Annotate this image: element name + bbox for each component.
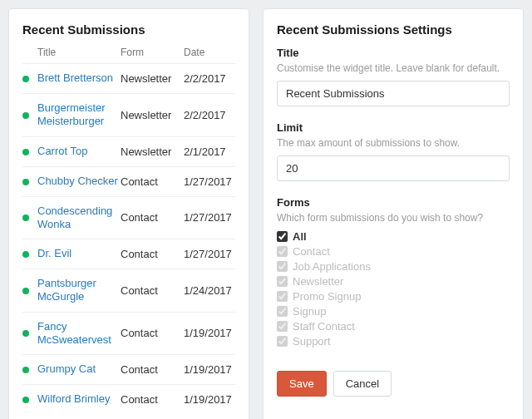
- date-cell: 2/2/2017: [184, 109, 235, 121]
- form-option-label: Job Applications: [293, 260, 371, 273]
- submission-link[interactable]: Dr. Evil: [37, 247, 71, 259]
- title-help: Customise the widget title. Leave blank …: [277, 62, 510, 74]
- status-dot-icon: [22, 214, 29, 221]
- status-dot-icon: [22, 367, 29, 373]
- table-row: Pantsburger McGurgleContact1/24/2017: [22, 269, 235, 312]
- col-form: Form: [121, 47, 184, 58]
- date-cell: 1/27/2017: [184, 248, 235, 260]
- limit-input[interactable]: [277, 155, 510, 181]
- form-cell: Newsletter: [121, 72, 184, 85]
- date-cell: 1/19/2017: [184, 363, 235, 376]
- submission-link[interactable]: Grumpy Cat: [37, 362, 96, 375]
- save-button[interactable]: Save: [277, 371, 327, 397]
- form-checkbox[interactable]: [277, 306, 288, 317]
- form-option[interactable]: Staff Contact: [277, 320, 510, 333]
- form-option[interactable]: Signup: [277, 305, 510, 318]
- form-cell: Contact: [121, 248, 184, 260]
- submission-link[interactable]: Fancy McSweatervest: [37, 320, 111, 346]
- form-option[interactable]: Contact: [277, 245, 510, 258]
- form-option[interactable]: Promo Signup: [277, 290, 510, 303]
- table-row: Fancy McSweatervestContact1/19/2017: [22, 312, 235, 355]
- form-option-label: Promo Signup: [293, 290, 361, 303]
- table-header: Title Form Date: [22, 47, 235, 63]
- form-option[interactable]: All: [277, 230, 510, 243]
- status-dot-icon: [22, 251, 29, 258]
- form-cell: Contact: [121, 284, 184, 297]
- table-row: Carrot TopNewsletter2/1/2017: [22, 136, 235, 166]
- status-dot-icon: [22, 149, 29, 155]
- submission-link[interactable]: Carrot Top: [37, 145, 87, 157]
- form-checkbox[interactable]: [277, 261, 288, 272]
- form-checkbox[interactable]: [277, 336, 288, 347]
- date-cell: 2/2/2017: [184, 72, 235, 85]
- submission-link[interactable]: Condescending Wonka: [37, 205, 112, 230]
- table-row: Wilford BrimleyContact1/19/2017: [22, 384, 235, 414]
- date-cell: 1/27/2017: [184, 175, 235, 188]
- recent-submissions-panel: Recent Submissions Title Form Date Brett…: [8, 8, 249, 419]
- form-checkbox[interactable]: [277, 231, 288, 242]
- limit-help: The max amount of submissions to show.: [277, 137, 510, 149]
- panel-title: Recent Submissions: [22, 22, 235, 37]
- forms-label: Forms: [277, 196, 510, 209]
- form-cell: Newsletter: [121, 145, 184, 158]
- status-dot-icon: [22, 288, 29, 294]
- form-option-label: Contact: [293, 245, 330, 258]
- form-option-label: All: [293, 230, 307, 243]
- form-option[interactable]: Job Applications: [277, 260, 510, 273]
- table-row: Condescending WonkaContact1/27/2017: [22, 196, 235, 239]
- forms-help: Which form submissions do you wish to sh…: [277, 212, 510, 224]
- col-date: Date: [184, 47, 235, 58]
- status-dot-icon: [22, 112, 29, 119]
- form-option-label: Newsletter: [293, 275, 343, 288]
- submission-link[interactable]: Chubby Checker: [37, 175, 118, 187]
- table-row: Brett BrettersonNewsletter2/2/2017: [22, 63, 235, 93]
- form-checkbox[interactable]: [277, 291, 288, 302]
- submission-link[interactable]: Wilford Brimley: [37, 392, 110, 405]
- table-row: Burgermeister MeisterburgerNewsletter2/2…: [22, 93, 235, 136]
- status-dot-icon: [22, 179, 29, 185]
- form-cell: Contact: [121, 175, 184, 188]
- form-cell: Contact: [121, 363, 184, 376]
- status-dot-icon: [22, 76, 29, 82]
- table-row: Chubby CheckerContact1/27/2017: [22, 166, 235, 196]
- cancel-button[interactable]: Cancel: [333, 371, 392, 397]
- status-dot-icon: [22, 397, 29, 403]
- form-option-label: Signup: [293, 305, 326, 318]
- status-dot-icon: [22, 330, 29, 337]
- form-cell: Contact: [121, 211, 184, 224]
- col-title: Title: [37, 47, 121, 58]
- date-cell: 2/1/2017: [184, 145, 235, 158]
- table-row: Dr. EvilContact1/27/2017: [22, 239, 235, 269]
- form-cell: Contact: [121, 393, 184, 406]
- title-label: Title: [277, 47, 510, 59]
- form-option[interactable]: Support: [277, 335, 510, 348]
- submission-link[interactable]: Burgermeister Meisterburger: [37, 101, 106, 127]
- date-cell: 1/19/2017: [184, 393, 235, 406]
- form-checkbox[interactable]: [277, 321, 288, 332]
- table-row: Grumpy CatContact1/19/2017: [22, 354, 235, 384]
- limit-label: Limit: [277, 121, 510, 134]
- date-cell: 1/27/2017: [184, 211, 235, 224]
- date-cell: 1/19/2017: [184, 327, 235, 339]
- settings-title: Recent Submissions Settings: [277, 22, 510, 37]
- form-cell: Newsletter: [121, 109, 184, 121]
- date-cell: 1/24/2017: [184, 284, 235, 297]
- form-option-label: Staff Contact: [293, 320, 355, 333]
- form-checkbox[interactable]: [277, 246, 288, 257]
- settings-panel: Recent Submissions Settings Title Custom…: [263, 8, 524, 419]
- form-checkbox[interactable]: [277, 276, 288, 287]
- form-option-label: Support: [293, 335, 331, 348]
- submission-link[interactable]: Brett Bretterson: [37, 71, 113, 84]
- form-option[interactable]: Newsletter: [277, 275, 510, 288]
- submission-link[interactable]: Pantsburger McGurgle: [37, 277, 96, 303]
- title-input[interactable]: [277, 81, 510, 106]
- form-cell: Contact: [121, 327, 184, 339]
